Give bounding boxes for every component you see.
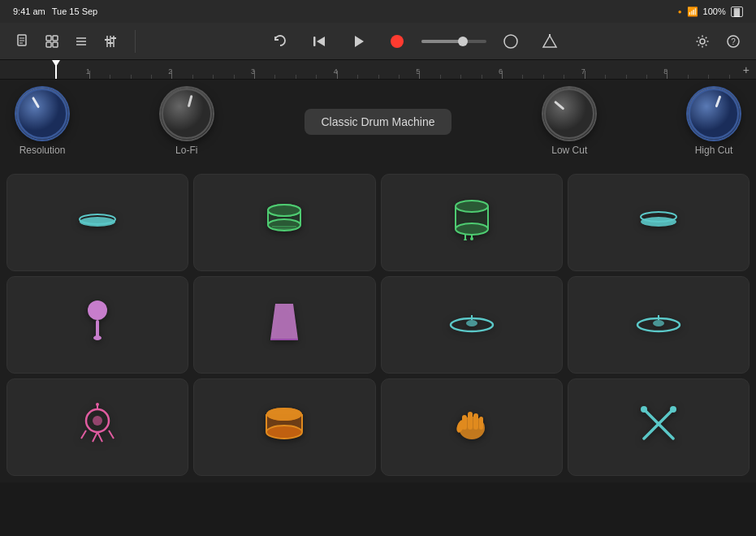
pad-drum-orange[interactable] xyxy=(193,378,375,476)
maraca-icon xyxy=(83,300,112,350)
battery-level: 100% xyxy=(703,6,726,16)
svg-line-69 xyxy=(97,432,102,442)
svg-point-21 xyxy=(700,39,705,44)
svg-rect-80 xyxy=(468,412,473,430)
svg-point-30 xyxy=(689,89,738,138)
svg-line-66 xyxy=(81,430,86,439)
help-button[interactable]: ? xyxy=(720,28,746,54)
svg-point-48 xyxy=(464,239,467,240)
pad-cowbell[interactable] xyxy=(193,276,375,374)
svg-point-55 xyxy=(93,335,102,340)
svg-point-45 xyxy=(456,223,488,235)
svg-point-62 xyxy=(653,320,664,326)
wifi-icon: 📶 xyxy=(687,6,698,17)
pad-maraca[interactable] xyxy=(6,276,188,374)
instrument-name: Classic Drum Machine xyxy=(305,109,451,135)
highcut-label: High Cut xyxy=(695,145,733,156)
pad-sticks[interactable] xyxy=(568,378,750,476)
cowbell-icon xyxy=(269,300,300,350)
svg-rect-6 xyxy=(46,42,51,47)
svg-point-76 xyxy=(266,426,302,439)
snare-icon xyxy=(266,202,303,244)
svg-rect-81 xyxy=(473,413,478,430)
tom-icon xyxy=(453,198,490,248)
lofi-control: Lo-Fi xyxy=(161,88,213,156)
svg-point-32 xyxy=(80,217,115,227)
svg-rect-17 xyxy=(313,37,316,46)
svg-point-26 xyxy=(162,89,211,138)
play-button[interactable] xyxy=(343,27,373,56)
highcut-knob[interactable] xyxy=(688,88,740,140)
lofi-label: Lo-Fi xyxy=(175,145,197,156)
svg-point-18 xyxy=(391,35,404,48)
status-date: Tue 15 Sep xyxy=(52,6,97,16)
cymbal1-icon xyxy=(449,307,495,344)
svg-rect-4 xyxy=(46,36,51,41)
undo-button[interactable] xyxy=(266,27,295,56)
triangle-button[interactable] xyxy=(535,27,564,56)
pad-hihat-open[interactable] xyxy=(568,174,750,271)
cymbal2-icon xyxy=(636,307,681,344)
svg-line-67 xyxy=(93,432,97,442)
svg-rect-82 xyxy=(479,417,483,430)
toolbar-divider-1 xyxy=(135,30,136,53)
list-button[interactable] xyxy=(68,28,94,54)
svg-rect-54 xyxy=(96,320,99,338)
lofi-knob[interactable] xyxy=(161,88,213,140)
settings-button[interactable] xyxy=(689,28,715,54)
svg-marker-56 xyxy=(270,304,298,339)
svg-point-39 xyxy=(268,205,300,216)
timeline-ruler: 12345678 + xyxy=(0,60,756,80)
highcut-control: High Cut xyxy=(688,88,740,156)
drum-orange-icon xyxy=(264,406,305,449)
svg-point-46 xyxy=(456,201,488,212)
volume-slider[interactable] xyxy=(421,40,486,43)
svg-point-65 xyxy=(93,416,102,426)
svg-point-50 xyxy=(470,237,473,240)
svg-rect-5 xyxy=(53,36,58,41)
lowcut-knob[interactable] xyxy=(543,88,595,140)
svg-point-59 xyxy=(466,320,477,326)
pad-cymbal2[interactable] xyxy=(568,276,750,374)
sticks-icon xyxy=(639,404,678,451)
svg-point-53 xyxy=(88,300,107,320)
arrange-button[interactable] xyxy=(39,28,65,54)
drum-pads-grid xyxy=(0,169,756,482)
resolution-control: Resolution xyxy=(16,88,68,156)
hihat-open-icon xyxy=(638,205,679,241)
svg-point-24 xyxy=(18,89,67,138)
resolution-knob[interactable] xyxy=(16,88,68,140)
controls-section: Resolution Lo-Fi Classic Drum Machine xyxy=(0,80,756,169)
status-time: 9:41 am xyxy=(13,6,45,16)
svg-point-86 xyxy=(641,406,647,413)
playhead xyxy=(55,60,57,79)
add-track-button[interactable]: + xyxy=(743,63,750,76)
svg-point-77 xyxy=(266,408,302,421)
clap-icon xyxy=(454,404,490,452)
circle-button[interactable] xyxy=(496,27,525,56)
pad-tom[interactable] xyxy=(381,174,563,271)
svg-point-19 xyxy=(504,35,517,48)
svg-text:?: ? xyxy=(731,37,736,46)
pad-hihat-closed[interactable] xyxy=(6,174,188,271)
svg-line-68 xyxy=(109,430,114,439)
svg-point-71 xyxy=(96,403,99,406)
pad-instrument-pink[interactable] xyxy=(6,378,188,476)
skip-back-button[interactable] xyxy=(305,27,334,56)
battery-dot: ● xyxy=(678,8,682,15)
record-button[interactable] xyxy=(382,27,412,56)
svg-point-87 xyxy=(670,406,676,413)
instrument-pink-icon xyxy=(78,403,117,452)
mixer-button[interactable] xyxy=(97,28,123,54)
svg-point-28 xyxy=(545,89,594,138)
toolbar: ? xyxy=(0,23,756,60)
document-button[interactable] xyxy=(10,28,36,54)
hihat-closed-icon xyxy=(77,205,118,241)
status-bar: 9:41 am Tue 15 Sep ● 📶 100% ▓ xyxy=(0,0,756,23)
pad-cymbal1[interactable] xyxy=(381,276,563,374)
battery-icon: ▓ xyxy=(731,6,743,17)
pad-clap[interactable] xyxy=(381,378,563,476)
lowcut-control: Low Cut xyxy=(543,88,595,156)
pad-snare[interactable] xyxy=(193,174,375,271)
resolution-label: Resolution xyxy=(19,145,66,156)
